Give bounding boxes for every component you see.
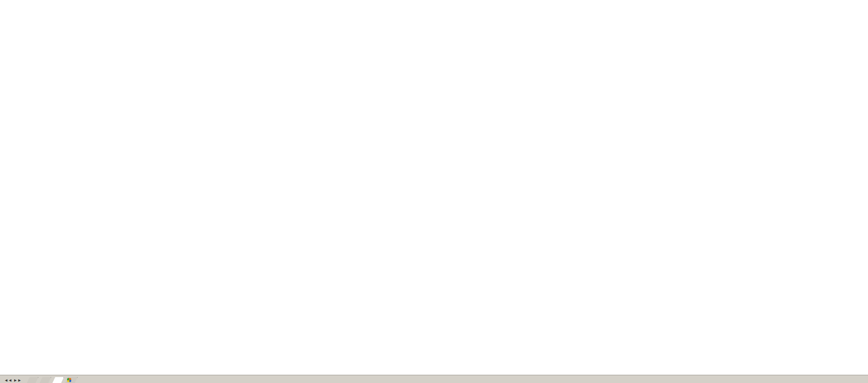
spreadsheet-window: ◄◄ ►► (0, 0, 868, 383)
tab-prev-icon[interactable]: ◄ (8, 378, 12, 383)
sheet-tab-28-parovy-prehlad[interactable] (39, 377, 51, 383)
tab-nav: ◄◄ ►► (0, 377, 26, 383)
tab-first-icon[interactable]: ◄ (4, 378, 8, 383)
tab-last-icon[interactable]: ► (17, 378, 21, 383)
sheet-tab-bar: ◄◄ ►► (0, 375, 868, 383)
sheet-tab-nzd[interactable] (26, 377, 38, 383)
tab-next-icon[interactable]: ► (13, 378, 17, 383)
sheet-tab-poriadok[interactable] (52, 377, 64, 383)
insert-sheet-icon (67, 378, 71, 382)
insert-sheet-tab[interactable] (65, 377, 78, 383)
